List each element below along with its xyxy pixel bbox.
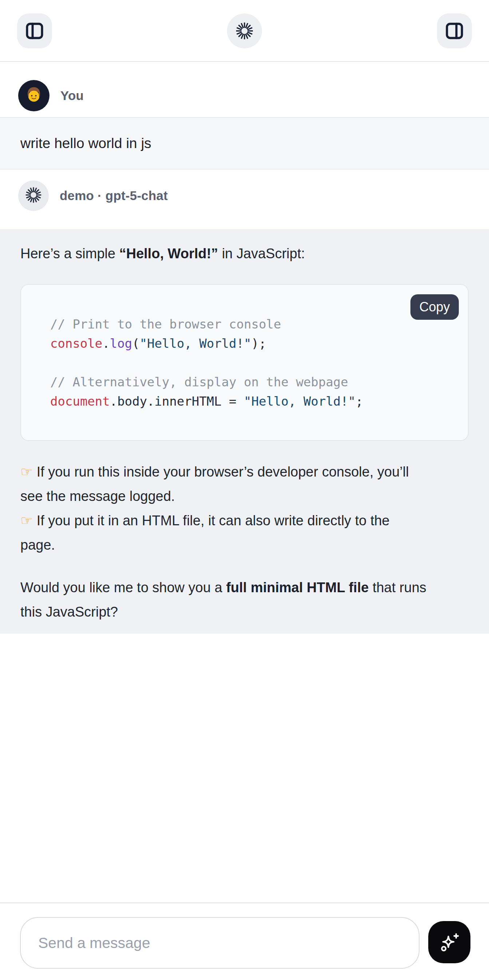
ai-sparkle-icon bbox=[438, 930, 461, 955]
assistant-message: Here’s a simple “Hello, World!” in JavaS… bbox=[0, 229, 489, 634]
user-message: write hello world in js bbox=[0, 117, 489, 170]
panel-left-icon bbox=[25, 21, 44, 40]
user-role-label: You bbox=[61, 88, 84, 103]
assistant-model-label: demo · gpt-5-chat bbox=[60, 188, 168, 203]
app-logo-button[interactable] bbox=[227, 13, 262, 48]
assistant-intro-line: Here’s a simple “Hello, World!” in JavaS… bbox=[21, 242, 468, 266]
composer-bar bbox=[0, 902, 489, 980]
sidebar-toggle-button[interactable] bbox=[17, 13, 52, 48]
user-message-header: You bbox=[18, 80, 84, 111]
pointing-right-emoji: ☞ bbox=[21, 513, 33, 528]
chat-app: You write hello world in js demo · gpt-5… bbox=[0, 0, 489, 980]
code-line: // Print to the browser console bbox=[50, 315, 453, 334]
code-line bbox=[50, 353, 453, 372]
right-panel-toggle-button[interactable] bbox=[437, 13, 472, 48]
code-block: Copy // Print to the browser consolecons… bbox=[21, 284, 468, 441]
user-message-text: write hello world in js bbox=[21, 135, 151, 151]
assistant-question-paragraph: Would you like me to show you a full min… bbox=[21, 576, 468, 624]
starburst-icon bbox=[24, 186, 43, 205]
top-bar bbox=[0, 0, 489, 62]
panel-right-icon bbox=[445, 21, 464, 40]
copy-code-button[interactable]: Copy bbox=[410, 294, 459, 320]
person-emoji-icon bbox=[24, 85, 44, 106]
assistant-tips-paragraph: ☞ If you run this inside your browser’s … bbox=[21, 460, 468, 557]
code-content: // Print to the browser consoleconsole.l… bbox=[50, 315, 453, 411]
user-avatar bbox=[18, 80, 49, 111]
assistant-message-header: demo · gpt-5-chat bbox=[18, 180, 168, 211]
code-line: // Alternatively, display on the webpage bbox=[50, 372, 453, 392]
code-line: document.body.innerHTML = "Hello, World!… bbox=[50, 392, 453, 411]
starburst-icon bbox=[235, 21, 254, 41]
message-input[interactable] bbox=[20, 917, 419, 969]
assistant-avatar bbox=[18, 180, 49, 211]
send-button[interactable] bbox=[428, 921, 470, 963]
pointing-right-emoji: ☞ bbox=[21, 464, 33, 479]
code-line: console.log("Hello, World!"); bbox=[50, 334, 453, 353]
